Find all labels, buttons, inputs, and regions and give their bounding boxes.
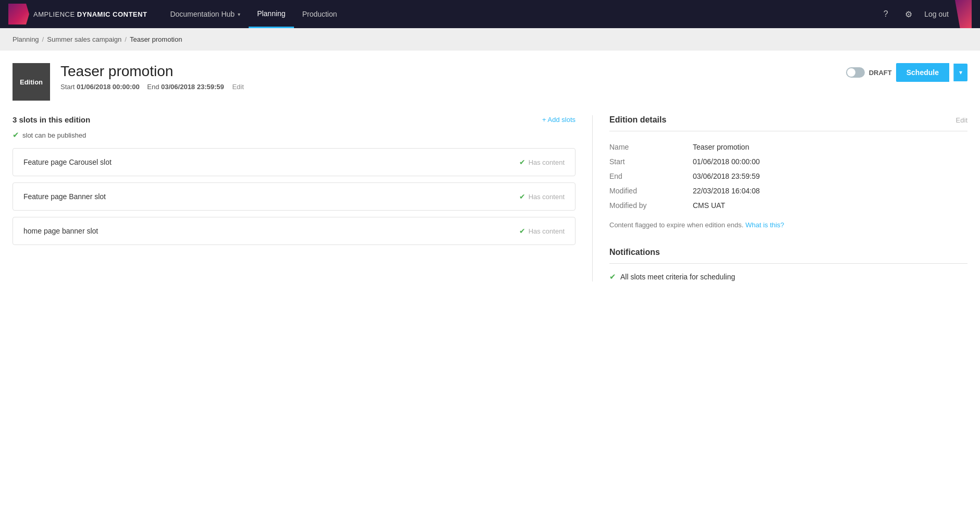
edition-header: Edition Teaser promotion Start 01/06/201… xyxy=(13,63,967,101)
slot-status-carousel: ✔ Has content xyxy=(519,158,565,166)
edition-details-edit-link[interactable]: Edit xyxy=(956,116,967,124)
right-panel: Edition details Edit Name Teaser promoti… xyxy=(592,115,967,282)
draft-toggle: DRAFT xyxy=(846,67,892,78)
main-layout: 3 slots in this edition + Add slots ✔ sl… xyxy=(13,115,967,282)
slot-check-icon-banner: ✔ xyxy=(519,192,525,201)
help-button[interactable]: ? xyxy=(878,7,893,21)
detail-row-modified: Modified 22/03/2018 16:04:08 xyxy=(609,184,967,198)
detail-value-end: 03/06/2018 23:59:59 xyxy=(693,172,760,180)
draft-toggle-switch[interactable] xyxy=(846,67,865,78)
nav-documentation-hub[interactable]: Documentation Hub ▾ xyxy=(162,0,249,28)
brand-amplience: AMPLIENCE xyxy=(33,10,75,18)
slot-legend: ✔ slot can be published xyxy=(13,130,575,140)
edition-edit-link[interactable]: Edit xyxy=(232,83,243,91)
expire-notice: Content flagged to expire when edition e… xyxy=(609,221,967,229)
slot-card-carousel[interactable]: Feature page Carousel slot ✔ Has content xyxy=(13,148,575,176)
edition-dates: Start 01/06/2018 00:00:00 End 03/06/2018… xyxy=(60,83,846,91)
slot-status-home: ✔ Has content xyxy=(519,227,565,235)
brand-logo-box xyxy=(8,4,29,25)
detail-value-modified-by: CMS UAT xyxy=(693,201,725,210)
slot-check-icon-carousel: ✔ xyxy=(519,158,525,166)
breadcrumb-current: Teaser promotion xyxy=(130,35,182,43)
slot-card-banner[interactable]: Feature page Banner slot ✔ Has content xyxy=(13,182,575,211)
notification-check-icon-0: ✔ xyxy=(609,272,616,282)
edition-details-section: Edition details Edit Name Teaser promoti… xyxy=(609,115,967,229)
slots-header: 3 slots in this edition + Add slots xyxy=(13,115,575,124)
end-label: End xyxy=(147,83,159,91)
slot-name-carousel: Feature page Carousel slot xyxy=(23,158,112,166)
logout-button[interactable]: Log out xyxy=(924,10,949,18)
detail-row-name: Name Teaser promotion xyxy=(609,140,967,154)
start-label: Start xyxy=(60,83,75,91)
legend-label: slot can be published xyxy=(22,131,86,139)
slot-card-home[interactable]: home page banner slot ✔ Has content xyxy=(13,217,575,245)
schedule-dropdown-button[interactable]: ▾ xyxy=(953,64,967,81)
notification-text-0: All slots meet criteria for scheduling xyxy=(620,273,735,281)
breadcrumb-sep-2: / xyxy=(125,35,127,43)
breadcrumb-sep-1: / xyxy=(42,35,44,43)
notifications-header: Notifications xyxy=(609,248,967,257)
brand-logo xyxy=(8,4,29,25)
detail-label-name: Name xyxy=(609,143,693,151)
detail-value-start: 01/06/2018 00:00:00 xyxy=(693,157,760,166)
slot-name-banner: Feature page Banner slot xyxy=(23,192,106,201)
detail-row-end: End 03/06/2018 23:59:59 xyxy=(609,169,967,184)
start-value: 01/06/2018 00:00:00 xyxy=(77,83,140,91)
left-panel: 3 slots in this edition + Add slots ✔ sl… xyxy=(13,115,592,282)
detail-label-modified: Modified xyxy=(609,187,693,195)
end-value: 03/06/2018 23:59:59 xyxy=(161,83,224,91)
page-content: Edition Teaser promotion Start 01/06/201… xyxy=(0,51,980,526)
detail-label-end: End xyxy=(609,172,693,180)
navbar: AMPLIENCE DYNAMIC CONTENT Documentation … xyxy=(0,0,980,28)
slot-name-home: home page banner slot xyxy=(23,227,98,235)
navbar-accent xyxy=(955,0,972,28)
detail-row-start: Start 01/06/2018 00:00:00 xyxy=(609,154,967,169)
edition-details-header: Edition details Edit xyxy=(609,115,967,125)
slot-status-label-carousel: Has content xyxy=(529,158,565,166)
what-is-this-link[interactable]: What is this? xyxy=(745,221,784,229)
slot-status-label-home: Has content xyxy=(529,227,565,235)
detail-row-modified-by: Modified by CMS UAT xyxy=(609,198,967,213)
settings-button[interactable]: ⚙ xyxy=(901,7,916,21)
detail-label-start: Start xyxy=(609,157,693,166)
brand-text: AMPLIENCE DYNAMIC CONTENT xyxy=(33,10,147,18)
detail-value-name: Teaser promotion xyxy=(693,143,749,151)
chevron-down-icon: ▾ xyxy=(959,69,962,76)
expire-notice-text: Content flagged to expire when edition e… xyxy=(609,221,743,229)
breadcrumb-summer-sales[interactable]: Summer sales campaign xyxy=(47,35,121,43)
edition-title-section: Teaser promotion Start 01/06/2018 00:00:… xyxy=(60,63,846,91)
gear-icon: ⚙ xyxy=(905,9,912,19)
chevron-down-icon: ▾ xyxy=(238,11,240,17)
slots-count-label: 3 slots in this edition xyxy=(13,115,542,124)
schedule-button[interactable]: Schedule xyxy=(896,63,949,82)
notifications-divider xyxy=(609,263,967,264)
detail-value-modified: 22/03/2018 16:04:08 xyxy=(693,187,760,195)
edition-details-divider xyxy=(609,131,967,131)
legend-check-icon: ✔ xyxy=(13,130,19,140)
edition-title: Teaser promotion xyxy=(60,63,846,80)
edition-actions: DRAFT Schedule ▾ xyxy=(846,63,967,82)
slot-check-icon-home: ✔ xyxy=(519,227,525,235)
slot-status-banner: ✔ Has content xyxy=(519,192,565,201)
edition-badge: Edition xyxy=(13,63,50,101)
brand-dynamic: DYNAMIC CONTENT xyxy=(77,10,148,18)
nav-planning[interactable]: Planning xyxy=(249,0,294,28)
edition-details-title: Edition details xyxy=(609,115,956,125)
notification-item-0: ✔ All slots meet criteria for scheduling xyxy=(609,272,967,282)
slot-status-label-banner: Has content xyxy=(529,193,565,201)
breadcrumb: Planning / Summer sales campaign / Tease… xyxy=(0,28,980,51)
detail-label-modified-by: Modified by xyxy=(609,201,693,210)
notifications-title: Notifications xyxy=(609,248,967,257)
nav-actions: ? ⚙ Log out xyxy=(878,7,949,21)
add-slots-link[interactable]: + Add slots xyxy=(542,116,575,124)
notifications-section: Notifications ✔ All slots meet criteria … xyxy=(609,248,967,282)
draft-label: DRAFT xyxy=(869,69,892,77)
help-icon: ? xyxy=(884,9,888,19)
breadcrumb-planning[interactable]: Planning xyxy=(13,35,39,43)
nav-production[interactable]: Production xyxy=(294,0,346,28)
